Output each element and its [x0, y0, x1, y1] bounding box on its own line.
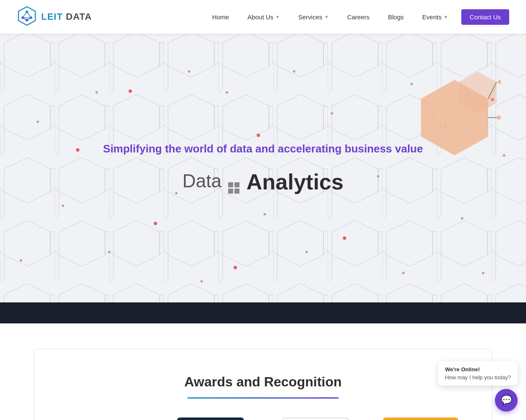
svg-point-21 — [37, 121, 39, 123]
svg-point-46 — [498, 80, 501, 84]
svg-point-37 — [482, 272, 484, 274]
svg-point-19 — [343, 236, 346, 240]
awards-inner: Awards and Recognition ❄ snowflake SERVI… — [34, 349, 492, 420]
hero-content: Simplifying the world of data and accele… — [103, 141, 423, 195]
logo-icon — [17, 6, 37, 28]
svg-point-17 — [154, 222, 157, 225]
chevron-down-icon: ▼ — [444, 15, 448, 19]
svg-point-32 — [263, 213, 266, 215]
awards-title: Awards and Recognition — [59, 374, 467, 390]
chat-icon: 💬 — [501, 395, 512, 406]
svg-point-38 — [20, 259, 22, 262]
chat-help-text: How may I help you today? — [445, 374, 511, 381]
svg-point-39 — [402, 272, 405, 274]
nav-item-services[interactable]: Services ▼ — [289, 9, 338, 25]
navbar: LEIT DATA Home About Us ▼ Services ▼ Car… — [0, 0, 526, 34]
chevron-down-icon: ▼ — [324, 15, 329, 19]
svg-point-15 — [257, 134, 260, 137]
svg-point-36 — [503, 154, 505, 157]
svg-point-24 — [226, 91, 228, 94]
svg-point-30 — [108, 251, 110, 253]
svg-point-35 — [461, 217, 463, 220]
svg-point-33 — [305, 251, 308, 253]
hero-section: Simplifying the world of data and accele… — [0, 34, 526, 302]
svg-point-23 — [188, 70, 190, 73]
chat-bubble: We're Online! How may I help you today? — [438, 361, 518, 386]
logo-text: LEIT DATA — [41, 11, 92, 22]
svg-point-29 — [62, 205, 64, 207]
svg-point-18 — [234, 266, 237, 269]
hero-subtitle: Simplifying the world of data and accele… — [103, 141, 423, 156]
tableau-badge: TABLEAU 2023 Partner Award — [383, 417, 458, 420]
nav-link-about[interactable]: About Us ▼ — [238, 9, 289, 25]
thoughtspot-badge: ThoughtSpot FY22 EMEA Emerging Channel P… — [177, 417, 244, 420]
svg-point-25 — [293, 70, 295, 73]
svg-point-16 — [76, 148, 79, 152]
svg-line-6 — [27, 12, 31, 18]
nav-item-careers[interactable]: Careers — [338, 9, 379, 25]
nav-link-contact[interactable]: Contact Us — [461, 9, 509, 25]
hero-title-word2: Analytics — [246, 169, 343, 195]
nav-item-about[interactable]: About Us ▼ — [238, 9, 289, 25]
svg-marker-0 — [18, 7, 35, 25]
svg-point-40 — [200, 280, 203, 283]
svg-line-8 — [27, 18, 31, 20]
logo-area[interactable]: LEIT DATA — [17, 6, 92, 28]
svg-point-14 — [129, 89, 132, 93]
svg-point-45 — [497, 116, 501, 120]
nav-item-contact[interactable]: Contact Us — [457, 9, 509, 25]
hero-title: Data Analytics — [103, 169, 423, 195]
svg-point-22 — [95, 91, 98, 94]
nav-link-events[interactable]: Events ▼ — [413, 9, 457, 25]
svg-line-7 — [23, 18, 27, 20]
svg-line-5 — [23, 12, 27, 18]
nav-item-home[interactable]: Home — [203, 9, 238, 25]
nav-link-careers[interactable]: Careers — [338, 9, 379, 25]
svg-point-26 — [331, 112, 333, 115]
ski-badge: ⛷ Partner Award — [282, 417, 349, 420]
nav-item-blogs[interactable]: Blogs — [379, 9, 413, 25]
chat-widget[interactable]: We're Online! How may I help you today? … — [438, 361, 518, 412]
nav-links: Home About Us ▼ Services ▼ Careers Blogs — [203, 9, 509, 25]
nav-link-home[interactable]: Home — [203, 9, 238, 25]
nav-link-services[interactable]: Services ▼ — [289, 9, 338, 25]
chat-button[interactable]: 💬 — [495, 389, 518, 412]
awards-divider — [187, 397, 339, 399]
hero-title-word1: Data — [182, 170, 241, 194]
chevron-down-icon: ▼ — [276, 15, 280, 19]
nav-item-events[interactable]: Events ▼ — [413, 9, 457, 25]
dark-band — [0, 302, 526, 323]
chat-online-status: We're Online! — [445, 366, 511, 373]
nav-link-blogs[interactable]: Blogs — [379, 9, 413, 25]
blocks-icon — [228, 182, 239, 194]
